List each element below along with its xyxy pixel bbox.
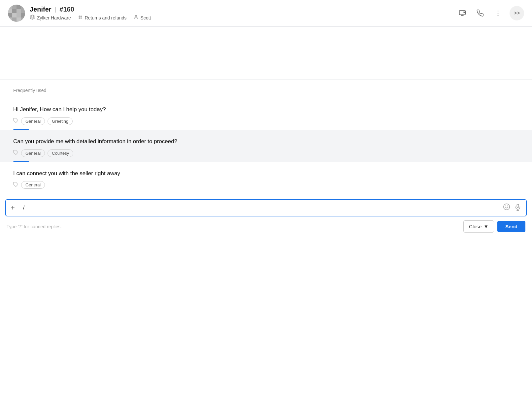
send-label: Send	[505, 224, 517, 229]
meta-category: Returns and refunds	[78, 15, 127, 21]
svg-point-5	[135, 15, 137, 17]
canned-reply-item[interactable]: Can you provide me with detailed informa…	[0, 130, 532, 162]
canned-reply-item[interactable]: I can connect you with the seller right …	[0, 162, 532, 194]
agent-name: Scott	[141, 15, 151, 20]
meta-company: Zylker Hardware	[30, 15, 71, 21]
microphone-button[interactable]	[514, 204, 521, 212]
customer-name: Jenifer	[30, 6, 51, 13]
canned-reply-text: Hi Jenifer, How can I help you today?	[13, 106, 519, 113]
header-left: Jenifer | #160 Zylker Hardware	[8, 5, 151, 22]
svg-point-4	[81, 17, 82, 18]
expand-button[interactable]: >>	[510, 6, 524, 20]
agent-icon	[133, 15, 139, 21]
tag-icon	[13, 118, 18, 124]
svg-point-10	[498, 13, 499, 14]
tag-general: General	[21, 149, 45, 157]
message-input[interactable]	[23, 205, 499, 211]
tag-greeting: Greeting	[48, 117, 73, 125]
svg-marker-0	[30, 15, 34, 17]
header-info: Jenifer | #160 Zylker Hardware	[30, 6, 151, 21]
avatar	[8, 5, 25, 22]
ticket-id: #160	[59, 6, 74, 13]
svg-point-15	[504, 204, 510, 210]
input-divider	[19, 203, 19, 212]
spacer	[0, 27, 532, 80]
svg-point-3	[79, 17, 80, 18]
category-name: Returns and refunds	[85, 15, 127, 20]
svg-point-9	[498, 11, 499, 12]
input-box[interactable]: +	[5, 199, 527, 216]
tag-icon	[13, 150, 18, 156]
svg-rect-18	[517, 204, 519, 208]
header: Jenifer | #160 Zylker Hardware	[0, 0, 532, 27]
canned-reply-tags: General Courtesy	[13, 149, 519, 157]
canned-reply-tags: General Greeting	[13, 117, 519, 125]
layers-icon	[30, 15, 35, 21]
svg-point-2	[81, 16, 82, 17]
tag-icon	[13, 182, 18, 188]
title-divider: |	[55, 6, 56, 13]
phone-button[interactable]	[474, 7, 486, 19]
tag-general: General	[21, 117, 45, 125]
hint-text: Type "/" for canned replies.	[7, 224, 62, 229]
canned-replies-list: Hi Jenifer, How can I help you today? Ge…	[0, 98, 532, 194]
frequently-used-label: Frequently used	[0, 80, 532, 98]
add-attachment-button[interactable]: +	[11, 204, 15, 211]
svg-line-8	[463, 12, 465, 12]
meta-agent: Scott	[133, 15, 151, 21]
bottom-bar: Type "/" for canned replies. Close ▼ Sen…	[0, 216, 532, 238]
expand-icon: >>	[514, 10, 520, 16]
chevron-down-icon: ▼	[483, 224, 488, 229]
tag-courtesy: Courtesy	[48, 149, 73, 157]
tag-general: General	[21, 181, 45, 189]
send-button[interactable]: Send	[497, 221, 525, 232]
canned-reply-text: Can you provide me with detailed informa…	[13, 138, 519, 145]
bottom-actions: Close ▼ Send	[463, 220, 525, 233]
more-options-button[interactable]	[492, 7, 504, 19]
svg-point-1	[79, 16, 80, 17]
canned-reply-tags: General	[13, 181, 519, 189]
company-name: Zylker Hardware	[37, 15, 71, 20]
header-actions: >>	[456, 6, 524, 20]
screen-share-button[interactable]	[456, 7, 469, 19]
input-area: + Type "/" for canned replies. Close	[0, 199, 532, 238]
svg-point-11	[498, 15, 499, 16]
close-label: Close	[469, 224, 482, 229]
header-title-row: Jenifer | #160	[30, 6, 151, 13]
canned-reply-text: I can connect you with the seller right …	[13, 170, 519, 177]
canned-reply-item[interactable]: Hi Jenifer, How can I help you today? Ge…	[0, 98, 532, 130]
emoji-button[interactable]	[503, 203, 510, 212]
category-icon	[78, 15, 83, 21]
header-meta: Zylker Hardware Returns and refunds	[30, 15, 151, 21]
close-button[interactable]: Close ▼	[463, 220, 494, 233]
